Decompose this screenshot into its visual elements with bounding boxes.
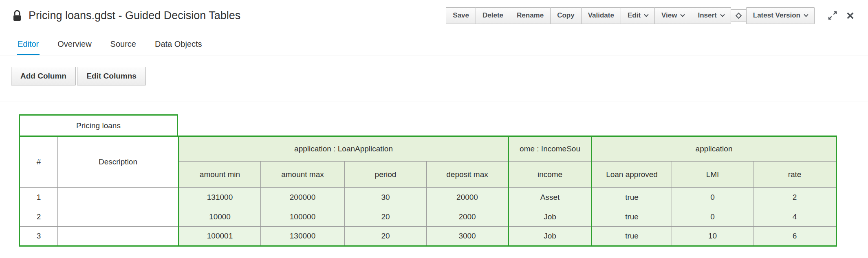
chevron-down-icon <box>681 13 685 17</box>
tab-strip: Editor Overview Source Data Objects <box>0 31 868 55</box>
column-header-rate[interactable]: rate <box>753 162 837 188</box>
chevron-down-icon <box>720 13 725 17</box>
cell-lmi[interactable]: 10 <box>672 227 753 246</box>
close-button[interactable] <box>844 9 857 22</box>
lock-icon <box>12 10 22 22</box>
view-menu-button[interactable]: View <box>654 7 691 24</box>
column-header-deposit-max[interactable]: deposit max <box>427 162 509 188</box>
copy-button[interactable]: Copy <box>550 7 582 24</box>
rename-button[interactable]: Rename <box>510 7 551 24</box>
edit-menu-button[interactable]: Edit <box>621 7 655 24</box>
cell-rate[interactable]: 6 <box>753 227 837 246</box>
column-header-income[interactable]: income <box>509 162 592 188</box>
column-header-lmi[interactable]: LMI <box>672 162 753 188</box>
row-number-header: # <box>20 136 58 188</box>
guided-decision-table: # Description application : LoanApplicat… <box>19 136 837 247</box>
table-row: 2 10000 100000 20 2000 Job true 0 4 <box>20 207 837 227</box>
row-number-cell[interactable]: 2 <box>20 207 58 227</box>
tab-data-objects[interactable]: Data Objects <box>154 39 203 55</box>
cell-income[interactable]: Job <box>509 207 592 227</box>
description-cell[interactable] <box>58 227 179 246</box>
tab-editor[interactable]: Editor <box>17 39 40 55</box>
row-number-cell[interactable]: 1 <box>20 188 58 207</box>
cell-rate[interactable]: 2 <box>753 188 837 207</box>
page-title: Pricing loans.gdst - Guided Decision Tab… <box>29 9 240 22</box>
edit-menu-label: Edit <box>628 11 641 20</box>
description-cell[interactable] <box>58 207 179 227</box>
cell-period[interactable]: 20 <box>345 227 427 246</box>
view-menu-label: View <box>661 11 677 20</box>
description-cell[interactable] <box>58 188 179 207</box>
insert-menu-button[interactable]: Insert <box>691 7 731 24</box>
table-row: 1 131000 200000 30 20000 Asset true 0 2 <box>20 188 837 207</box>
chevron-down-icon <box>644 13 648 17</box>
tab-source[interactable]: Source <box>110 39 137 55</box>
delete-button[interactable]: Delete <box>476 7 510 24</box>
latest-version-dropdown[interactable]: Latest Version <box>746 7 815 24</box>
cell-loan-approved[interactable]: true <box>592 227 672 246</box>
column-header-period[interactable]: period <box>345 162 427 188</box>
top-bar: Pricing loans.gdst - Guided Decision Tab… <box>0 0 868 31</box>
cell-period[interactable]: 30 <box>345 188 427 207</box>
column-header-amount-max[interactable]: amount max <box>261 162 345 188</box>
latest-version-label: Latest Version <box>753 11 800 20</box>
decision-table-caption[interactable]: Pricing loans <box>19 114 178 137</box>
add-column-button[interactable]: Add Column <box>11 67 76 85</box>
group-header-application[interactable]: application <box>592 136 837 162</box>
expand-icon <box>828 11 837 20</box>
group-header-loan-application[interactable]: application : LoanApplication <box>179 136 509 162</box>
row-number-cell[interactable]: 3 <box>20 227 58 246</box>
cell-income[interactable]: Asset <box>509 188 592 207</box>
cell-income[interactable]: Job <box>509 227 592 246</box>
cell-period[interactable]: 20 <box>345 207 427 227</box>
cell-deposit-max[interactable]: 2000 <box>427 207 509 227</box>
save-button[interactable]: Save <box>446 7 476 24</box>
cell-amount-max[interactable]: 200000 <box>261 188 345 207</box>
cell-lmi[interactable]: 0 <box>672 207 753 227</box>
edit-columns-button[interactable]: Edit Columns <box>77 67 145 85</box>
column-header-loan-approved[interactable]: Loan approved <box>592 162 672 188</box>
title-area: Pricing loans.gdst - Guided Decision Tab… <box>12 9 240 22</box>
diamond-icon <box>736 13 742 19</box>
expand-button[interactable] <box>825 8 840 23</box>
close-icon <box>846 12 854 20</box>
editor-content: Pricing loans # Description application … <box>0 101 868 247</box>
cell-loan-approved[interactable]: true <box>592 188 672 207</box>
cell-amount-min[interactable]: 10000 <box>179 207 261 227</box>
tab-overview[interactable]: Overview <box>57 39 92 55</box>
cell-amount-max[interactable]: 100000 <box>261 207 345 227</box>
group-header-income-source[interactable]: ome : IncomeSou <box>509 136 592 162</box>
chevron-down-icon <box>804 13 808 17</box>
cell-deposit-max[interactable]: 3000 <box>427 227 509 246</box>
cell-amount-min[interactable]: 131000 <box>179 188 261 207</box>
column-toolbar: Add Column Edit Columns <box>0 55 868 101</box>
diamond-icon-button[interactable] <box>731 9 747 22</box>
cell-deposit-max[interactable]: 20000 <box>427 188 509 207</box>
description-header: Description <box>58 136 179 188</box>
cell-amount-max[interactable]: 130000 <box>261 227 345 246</box>
column-header-amount-min[interactable]: amount min <box>179 162 261 188</box>
validate-button[interactable]: Validate <box>581 7 621 24</box>
cell-lmi[interactable]: 0 <box>672 188 753 207</box>
cell-rate[interactable]: 4 <box>753 207 837 227</box>
cell-amount-min[interactable]: 100001 <box>179 227 261 246</box>
cell-loan-approved[interactable]: true <box>592 207 672 227</box>
table-row: 3 100001 130000 20 3000 Job true 10 6 <box>20 227 837 246</box>
toolbar-actions: Save Delete Rename Copy Validate Edit Vi… <box>446 7 857 24</box>
insert-menu-label: Insert <box>698 11 716 20</box>
